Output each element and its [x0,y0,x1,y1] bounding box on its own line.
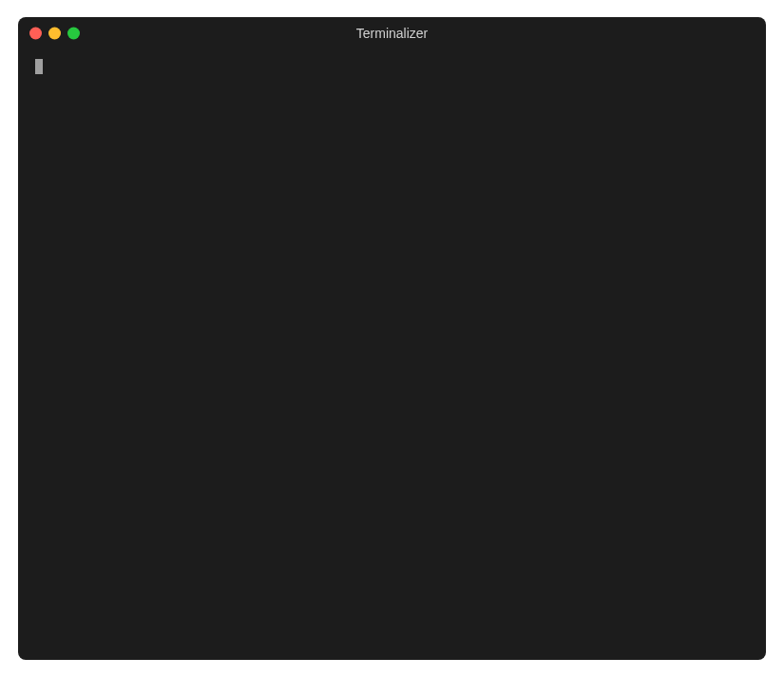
terminal-window: Terminalizer [18,17,766,660]
cursor-icon [35,59,43,74]
traffic-lights [29,28,80,40]
maximize-button[interactable] [67,28,80,40]
minimize-button[interactable] [48,28,61,40]
titlebar: Terminalizer [18,17,766,49]
close-button[interactable] [29,28,42,40]
window-title: Terminalizer [356,26,428,41]
terminal-body[interactable] [18,49,766,660]
